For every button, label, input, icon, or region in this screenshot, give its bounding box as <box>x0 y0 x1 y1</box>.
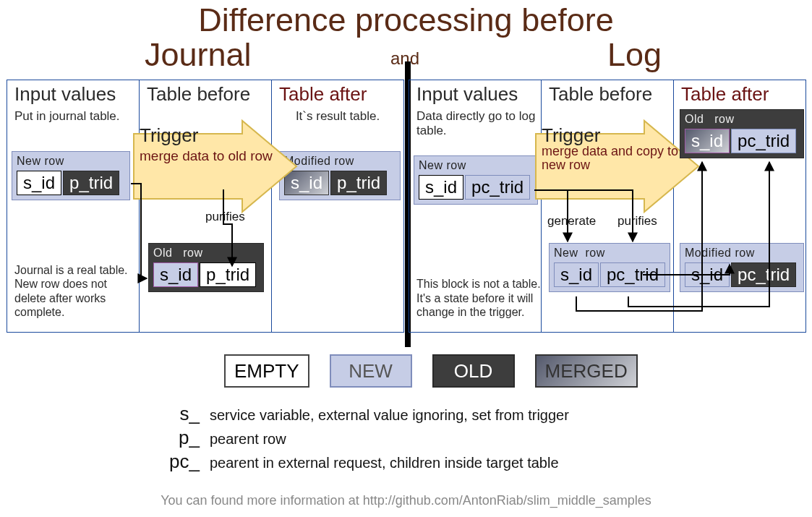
trigger-title: Trigger <box>140 124 198 147</box>
panel-sub: Data directly go to log table. <box>416 109 539 137</box>
j-new-row: New row s_id p_trid <box>12 151 130 200</box>
cell-sid: s_id <box>419 175 463 200</box>
l-after-modified: Modified row s_id pc_trid <box>680 243 804 292</box>
row-label: New row <box>17 155 125 168</box>
cell-pctrid: pc_trid <box>731 262 796 287</box>
panel-title: Input values <box>14 83 116 106</box>
trigger-sub: merge data to old row <box>140 149 273 164</box>
panel-title: Input values <box>416 83 518 106</box>
legend-new: NEW <box>330 354 412 388</box>
panel-title: Table after <box>681 83 769 106</box>
panel-title: Table after <box>279 83 367 106</box>
legend-merged: MERGED <box>535 354 638 388</box>
l-new-row: New row s_id pc_trid <box>414 155 538 205</box>
label-generate: generate <box>547 214 596 228</box>
cell-ptrid: p_trid <box>330 171 387 195</box>
cell-ptrid: p_trid <box>63 171 119 195</box>
legend-empty: EMPTY <box>224 354 309 388</box>
panel-l-input: Input values Data directly go to log tab… <box>409 80 542 333</box>
panel-note: Journal is a real table. New row does no… <box>14 263 139 319</box>
panel-j-input: Input values Put in journal table. New r… <box>7 80 140 333</box>
cell-sid: s_id <box>685 129 730 153</box>
panel-note: This block is not a table. It's a state … <box>416 277 541 319</box>
footer-note: You can found more information at http:/… <box>0 493 812 508</box>
panels-row: Input values Put in journal table. New r… <box>7 80 805 333</box>
cell-sid: s_id <box>17 171 61 195</box>
title-log: Log <box>607 36 662 74</box>
row-label: Old row <box>153 247 259 260</box>
title-main: Difference processing before <box>0 1 812 39</box>
cell-ptrid: p_trid <box>200 262 256 287</box>
l-before-new: New row s_id pc_trid <box>549 243 670 292</box>
legend-row: EMPTY NEW OLD MERGED <box>224 354 638 388</box>
prefix-pc-desc: pearent in external request, children in… <box>210 455 559 471</box>
panel-title: Table before <box>147 83 250 106</box>
prefix-s: s_ <box>166 403 200 425</box>
trigger-log: Trigger merge data and copy to new row <box>529 108 702 224</box>
trigger-journal: Trigger merge data to old row <box>127 108 300 224</box>
cell-sid: s_id <box>685 262 730 287</box>
trigger-sub: merge data and copy to new row <box>542 145 679 172</box>
panel-title: Table before <box>549 83 652 106</box>
prefix-pc: pc_ <box>166 450 200 473</box>
cell-pctrid: pc_trid <box>600 262 665 287</box>
panel-sub: Put in journal table. <box>14 109 120 124</box>
label-purifies-l: purifies <box>617 214 657 228</box>
row-label: New row <box>419 159 533 172</box>
prefix-p: p_ <box>166 427 200 449</box>
row-label: Old row <box>685 113 799 126</box>
row-label: New row <box>554 247 665 260</box>
prefix-s-desc: service variable, external value ignorin… <box>210 407 569 424</box>
cell-sid: s_id <box>554 262 599 287</box>
legend-old: OLD <box>432 354 515 388</box>
title-journal: Journal <box>145 36 252 74</box>
label-purifies-j: purifies <box>205 210 245 224</box>
j-old-row: Old row s_id p_trid <box>148 243 264 292</box>
cell-pctrid: pc_trid <box>731 129 796 153</box>
cell-pctrid: pc_trid <box>465 175 530 200</box>
prefix-key: s_ service variable, external value igno… <box>166 401 569 474</box>
prefix-p-desc: pearent row <box>210 431 286 448</box>
cell-sid: s_id <box>153 262 198 287</box>
row-label: Modified row <box>685 247 799 260</box>
row-label: Modified row <box>284 155 396 168</box>
l-after-old: Old row s_id pc_trid <box>680 109 804 158</box>
